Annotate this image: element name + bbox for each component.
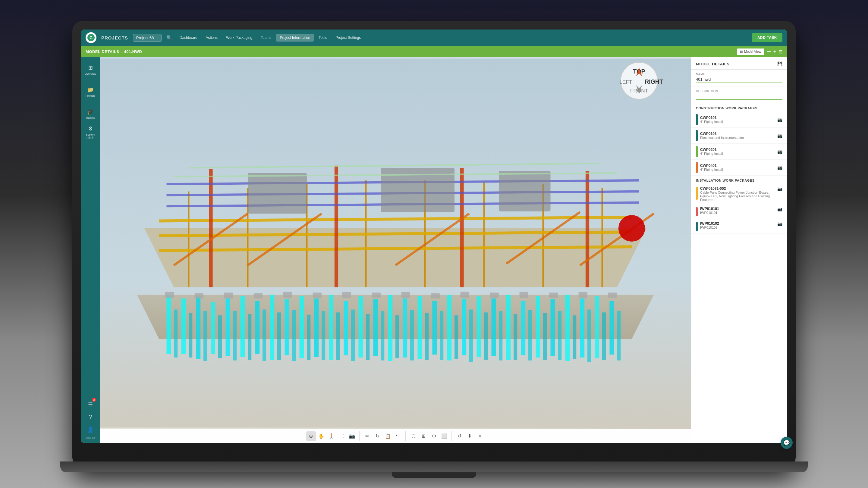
svg-rect-6	[226, 298, 230, 356]
panel-header: MODEL DETAILS 💾	[691, 57, 787, 70]
toolbar-group-actions: ↺ ⬇ ⌖	[453, 431, 487, 441]
sidebar-item-notifications[interactable]: ☰ 2	[86, 399, 95, 410]
nav-project-settings[interactable]: Project Settings	[332, 34, 364, 41]
pan-tool-button[interactable]: ✋	[316, 431, 326, 441]
fit-tool-button[interactable]: ⛶	[337, 431, 347, 441]
iwp-section-title: INSTALLATION WORK PACKAGES	[691, 175, 787, 184]
svg-rect-68	[283, 292, 292, 298]
svg-rect-50	[425, 313, 429, 360]
svg-text:RIGHT: RIGHT	[645, 78, 663, 85]
model-tool-button[interactable]: ⛙	[393, 431, 403, 441]
svg-rect-8	[255, 301, 260, 354]
svg-rect-27	[536, 296, 540, 357]
cwp-item-0201[interactable]: CWP0201 4" Piping Install 📷	[691, 144, 787, 160]
cwp-id-0201: CWP0201	[700, 148, 775, 152]
nav-work-packaging[interactable]: Work Packaging	[222, 34, 256, 41]
orbit-tool-button[interactable]: ⊕	[306, 431, 316, 441]
cwp-camera-0401[interactable]: 📷	[777, 165, 782, 170]
list-icon-button[interactable]: ☰	[767, 49, 771, 55]
iwp-item-010101[interactable]: IWP010101 IWP010101 📷	[691, 204, 787, 219]
svg-rect-70	[342, 292, 351, 298]
options-icon-button[interactable]: ⊟	[778, 49, 782, 55]
sidebar-item-profile[interactable]: 👤	[86, 424, 95, 435]
svg-rect-10	[285, 299, 289, 355]
nav-dashboard[interactable]: Dashboard	[176, 34, 201, 41]
projects-label: PROJECTS	[101, 35, 128, 40]
cwp-color-bar-0103	[696, 130, 698, 141]
cwp-camera-0103[interactable]: 📷	[777, 133, 782, 138]
toolbar-group-navigate: ⊕ ✋ 🚶 ⛶ 📷	[304, 431, 360, 441]
toolbar-group-tree: ⬡ ⊞ ⚙ ⬜	[406, 431, 452, 441]
panel-save-icon[interactable]: 💾	[777, 61, 782, 66]
cwp-color-bar-0101	[696, 114, 698, 125]
version-label: 2020.12	[86, 436, 95, 439]
undo-tool-button[interactable]: ↺	[455, 431, 464, 441]
svg-rect-58	[543, 313, 547, 360]
settings-tool-button[interactable]: ⚙	[429, 431, 439, 441]
svg-rect-74	[461, 292, 469, 298]
grid-tool-button[interactable]: ⊞	[419, 431, 429, 441]
download-tool-button[interactable]: ⬇	[465, 431, 475, 441]
project-select[interactable]: Project 68	[133, 34, 161, 41]
name-value: 401.nwd	[696, 77, 782, 83]
svg-rect-63	[617, 311, 621, 360]
iwp-desc-cwp01031: Cable Pulls Connecting Power Junction Bo…	[700, 191, 775, 201]
svg-rect-49	[410, 310, 414, 361]
overview-icon: ⊞	[88, 64, 93, 71]
iwp-item-cwp01031[interactable]: CWP01031-002 Cable Pulls Connecting Powe…	[691, 184, 787, 204]
model-view-button[interactable]: ▦ Model View	[737, 48, 764, 55]
svg-rect-29	[565, 295, 570, 361]
cwp-camera-0201[interactable]: 📷	[777, 149, 782, 154]
cwp-info-0201: CWP0201 4" Piping Install	[700, 148, 775, 156]
viewer-canvas[interactable]: TOP FRONT LEFT RIGHT	[100, 57, 691, 429]
iwp-camera-010101[interactable]: 📷	[777, 207, 782, 212]
sheet-tool-button[interactable]: 📋	[383, 431, 393, 441]
svg-rect-21	[447, 295, 452, 361]
sidebar-item-help[interactable]: ?	[86, 412, 95, 423]
add-icon-button[interactable]: +	[773, 49, 776, 54]
logo-icon: C	[87, 34, 95, 41]
svg-rect-52	[455, 315, 458, 359]
iwp-camera-cwp01031[interactable]: 📷	[777, 187, 782, 191]
tree-tool-button[interactable]: ⬡	[409, 431, 418, 441]
cwp-item-0401[interactable]: CWP0401 4" Piping Install 📷	[691, 160, 787, 175]
svg-rect-53	[469, 310, 473, 362]
name-field-group: NAME 401.nwd	[691, 70, 787, 87]
cwp-camera-0101[interactable]: 📷	[777, 117, 782, 122]
section-tool-button[interactable]: ⬜	[439, 431, 449, 441]
svg-rect-25	[506, 295, 511, 360]
camera-tool-button[interactable]: 📷	[347, 431, 357, 441]
viewer-toolbar: ⊕ ✋ 🚶 ⛶ 📷 ✏ ↻ 📋 ⛙ ⬡	[100, 429, 691, 443]
rotate-tool-button[interactable]: ↻	[373, 431, 382, 441]
svg-rect-64	[165, 292, 174, 298]
sidebar-item-overview[interactable]: ⊞ Overview	[81, 62, 100, 78]
cwp-item-0103[interactable]: CWP0103 Electrical and Instrumentation 📷	[691, 128, 787, 144]
svg-rect-38	[248, 314, 251, 360]
iwp-color-bar-cwp01031	[696, 187, 698, 200]
nav-teams[interactable]: Teams	[257, 34, 275, 41]
svg-rect-106	[499, 171, 551, 212]
svg-rect-19	[418, 296, 422, 359]
sidebar-item-projects[interactable]: 📁 Projects	[81, 84, 100, 100]
svg-rect-26	[521, 301, 526, 355]
nav-project-information[interactable]: Project Information	[276, 34, 314, 41]
cursor-tool-button[interactable]: ⌖	[475, 431, 485, 441]
iwp-item-010102[interactable]: IWP010102 IWP010102 📷	[691, 219, 787, 234]
add-task-button[interactable]: ADD TASK	[752, 33, 782, 42]
svg-rect-23	[477, 296, 481, 357]
cwp-item-0101[interactable]: CWP0101 4" Piping Install 📷	[691, 112, 787, 128]
nav-actions[interactable]: Actions	[202, 34, 221, 41]
pencil-tool-button[interactable]: ✏	[363, 431, 372, 441]
nav-tools[interactable]: Tools	[315, 34, 331, 41]
svg-rect-62	[602, 313, 606, 360]
search-button[interactable]: 🔍	[166, 35, 173, 41]
chat-fab-button[interactable]: 💬	[781, 437, 787, 443]
svg-rect-71	[372, 293, 381, 298]
iwp-camera-010102[interactable]: 📷	[777, 221, 782, 226]
cwp-info-0101: CWP0101 4" Piping Install	[700, 116, 775, 124]
logo[interactable]: C	[86, 32, 96, 43]
sidebar-item-admin[interactable]: ⚙ System Admin	[81, 123, 100, 141]
sidebar-item-training[interactable]: 🎓 Training	[81, 106, 100, 122]
name-label: NAME	[696, 73, 782, 76]
walk-tool-button[interactable]: 🚶	[327, 431, 336, 441]
